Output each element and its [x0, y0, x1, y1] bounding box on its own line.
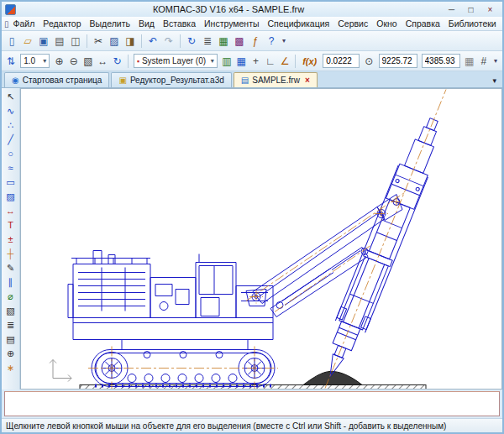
menu-item[interactable]: Справка: [402, 18, 444, 29]
ortho-icon[interactable]: ∟: [264, 54, 277, 69]
toolbar-view: ⇅ 1.0 ▾ ⊕⊖▧↔↻ ▪ System Layer (0) ▾ ▥▦+∟∠…: [2, 51, 502, 71]
menu-item[interactable]: Выделить: [86, 18, 134, 29]
geometry-tool-icon[interactable]: ∿: [3, 104, 18, 118]
refresh-icon[interactable]: ↻: [110, 54, 123, 69]
document-tab-icon: ◉: [12, 76, 19, 85]
menu-item[interactable]: Вставка: [159, 18, 200, 29]
toolbar-separator: [295, 55, 296, 68]
zoom-out-icon[interactable]: ⊖: [67, 54, 81, 69]
close-button[interactable]: ×: [481, 3, 499, 15]
tab-list-button[interactable]: ▾: [489, 76, 500, 87]
statusbar: Щелкните левой кнопкой мыши на объекте д…: [2, 418, 502, 432]
menu-item[interactable]: Вид: [134, 18, 159, 29]
keyboard-input-icon[interactable]: #: [477, 54, 491, 69]
menubar: ▯ Файл Редактор Выделить Вид Вставка Инс…: [2, 17, 502, 31]
window-title: КОМПАС-3D V16 x64 - SAMPLE.frw: [16, 4, 441, 14]
minimize-button[interactable]: ─: [443, 3, 460, 15]
apps-tool-icon[interactable]: ∗: [3, 361, 18, 374]
tab-close-icon[interactable]: ×: [303, 76, 310, 85]
selection-tool-icon[interactable]: ▧: [3, 304, 18, 317]
refresh-image-icon[interactable]: ↻: [184, 34, 199, 49]
orientation-icon[interactable]: ⇅: [4, 54, 18, 69]
cursor-y-field[interactable]: [422, 54, 460, 68]
layers-icon[interactable]: ▥: [220, 54, 234, 69]
local-cs-icon[interactable]: +: [249, 54, 262, 69]
document-tab[interactable]: ▤ SAMPLE.frw ×: [234, 72, 318, 87]
copy-icon[interactable]: ▨: [107, 34, 122, 49]
redo-icon[interactable]: ↷: [161, 34, 176, 49]
measure-tool-icon[interactable]: ⌀: [3, 290, 18, 303]
line-tool-icon[interactable]: ╱: [3, 133, 18, 146]
step-value-field[interactable]: [323, 54, 360, 68]
zoom-in-icon[interactable]: ⊕: [52, 54, 66, 69]
help-icon[interactable]: ?: [264, 34, 279, 49]
open-document-icon[interactable]: ▱: [20, 34, 35, 49]
menu-item[interactable]: Редактор: [39, 18, 85, 29]
document-tab[interactable]: ◉ Стартовая страница ×: [4, 72, 109, 87]
app-icon: [5, 4, 16, 15]
insert-tool-icon[interactable]: ⊕: [3, 347, 18, 360]
rectangle-tool-icon[interactable]: ▭: [3, 175, 18, 189]
grid-icon[interactable]: ▦: [234, 54, 248, 69]
menu-item[interactable]: Инструменты: [200, 18, 263, 29]
cursor-tool-icon[interactable]: ↖: [3, 90, 18, 103]
document-tab-icon: ▣: [118, 76, 126, 85]
menu-item[interactable]: Спецификация: [264, 18, 334, 29]
titlebar: КОМПАС-3D V16 x64 - SAMPLE.frw ─ □ ×: [2, 2, 502, 17]
menu-item[interactable]: Библиотеки: [444, 18, 501, 29]
layer-value: System Layer (0): [142, 56, 206, 65]
document-tab-label: Стартовая страница: [23, 76, 102, 85]
maximize-button[interactable]: □: [462, 3, 480, 15]
paste-icon[interactable]: ◨: [123, 34, 138, 49]
library-manager-icon[interactable]: ▩: [232, 34, 247, 49]
circle-tool-icon[interactable]: ○: [3, 147, 18, 160]
toolbar-overflow-icon[interactable]: ▾: [491, 57, 500, 65]
expression-button[interactable]: f(x): [299, 56, 320, 66]
document-tab-label: SAMPLE.frw: [252, 76, 300, 85]
save-icon[interactable]: ▣: [36, 34, 51, 49]
zoom-area-icon[interactable]: ▧: [81, 54, 95, 69]
drawing-viewport: [21, 89, 501, 389]
document-manager-icon[interactable]: ▦: [216, 34, 231, 49]
new-document-icon[interactable]: ▯: [4, 34, 19, 49]
spline-tool-icon[interactable]: ≈: [3, 161, 18, 175]
chevron-down-icon: ▾: [211, 57, 214, 65]
variables-icon[interactable]: ƒ: [248, 34, 263, 49]
machine-body: [68, 251, 273, 350]
layer-combo[interactable]: ▪ System Layer (0) ▾: [134, 54, 218, 68]
toolbar-separator: [141, 34, 142, 48]
undo-icon[interactable]: ↶: [145, 34, 160, 49]
point-tool-icon[interactable]: ∴: [3, 118, 18, 132]
edit-tool-icon[interactable]: ✎: [3, 261, 18, 275]
tabbar: ◉ Стартовая страница × ▣ Редуктор_Резуль…: [2, 71, 502, 88]
rounding-icon[interactable]: ⊙: [362, 54, 375, 69]
document-tab-label: Редуктор_Результат.a3d: [130, 76, 224, 85]
menu-item[interactable]: Окно: [372, 18, 401, 29]
main-area: ↖ ∿ ∴ ╱ ○ ≈ ▭ ▨ ↔ T ± ┼: [2, 88, 502, 390]
reports-tool-icon[interactable]: ▤: [3, 332, 18, 346]
tolerance-tool-icon[interactable]: ±: [3, 233, 18, 246]
axis-tool-icon[interactable]: ┼: [3, 247, 18, 260]
parametric-tool-icon[interactable]: ∥: [3, 275, 18, 289]
cursor-x-field[interactable]: [379, 54, 417, 68]
zoom-combo[interactable]: 1.0 ▾: [20, 54, 50, 68]
print-preview-icon[interactable]: ◫: [68, 34, 83, 49]
menu-item[interactable]: Сервис: [333, 18, 372, 29]
dimension-tool-icon[interactable]: ↔: [3, 204, 18, 217]
drawing-canvas[interactable]: [20, 88, 502, 390]
app-window: КОМПАС-3D V16 x64 - SAMPLE.frw ─ □ × ▯ Ф…: [0, 0, 504, 434]
toolbar-overflow-icon[interactable]: ▾: [280, 37, 288, 44]
specification-tool-icon[interactable]: ≣: [3, 318, 18, 332]
snap-icon[interactable]: ∠: [278, 54, 291, 69]
hatch-tool-icon[interactable]: ▨: [3, 190, 18, 203]
text-tool-icon[interactable]: T: [3, 218, 18, 232]
grid-display-icon[interactable]: ▦: [463, 54, 476, 69]
menu-item[interactable]: Файл: [9, 18, 39, 29]
compact-tool-panel: ↖ ∿ ∴ ╱ ○ ≈ ▭ ▨ ↔ T ± ┼: [2, 88, 20, 390]
print-icon[interactable]: ▤: [52, 34, 67, 49]
chevron-down-icon: ▾: [43, 57, 46, 65]
pan-icon[interactable]: ↔: [96, 54, 109, 69]
properties-icon[interactable]: ≣: [200, 34, 215, 49]
cut-icon[interactable]: ✂: [91, 34, 106, 49]
document-tab[interactable]: ▣ Редуктор_Результат.a3d ×: [111, 72, 231, 87]
